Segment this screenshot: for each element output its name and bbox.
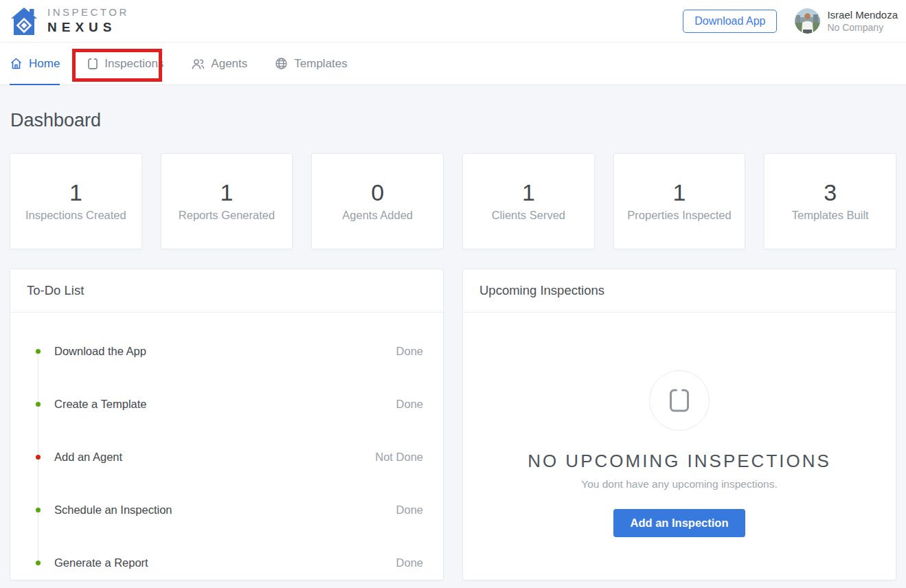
todo-item-create-a-template[interactable]: Create a Template Done — [36, 378, 423, 431]
todo-item-label: Download the App — [54, 345, 146, 358]
inspections-icon — [87, 58, 98, 70]
stat-card-templates-built: 3 Templates Built — [764, 153, 896, 249]
stat-value: 1 — [673, 181, 686, 204]
main-nav: Home Inspections Agents Templates — [0, 43, 906, 85]
stat-value: 1 — [522, 181, 535, 204]
main-content: Dashboard 1 Inspections Created 1 Report… — [0, 109, 906, 580]
nav-tab-inspections-label: Inspections — [104, 57, 163, 71]
empty-state-message: You dont have any upcoming inspections. — [581, 478, 778, 490]
brand-line-nexus: NEXUS — [47, 19, 129, 36]
nav-tab-home[interactable]: Home — [10, 43, 73, 84]
status-dot-done — [36, 508, 41, 512]
user-menu[interactable]: Israel Mendoza No Company — [795, 8, 898, 34]
nav-tab-home-label: Home — [29, 57, 60, 71]
todo-item-download-the-app[interactable]: Download the App Done — [36, 325, 423, 378]
user-avatar[interactable] — [795, 8, 820, 34]
upcoming-inspections-panel: Upcoming Inspections NO UPCOMING INSPECT… — [462, 269, 896, 580]
nav-tab-templates-label: Templates — [294, 57, 347, 71]
stat-label: Reports Generated — [179, 209, 275, 222]
status-dot-done — [36, 561, 41, 565]
todo-item-label: Add an Agent — [54, 451, 122, 464]
todo-item-schedule-an-inspection[interactable]: Schedule an Inspection Done — [36, 484, 423, 536]
todo-item-add-an-agent[interactable]: Add an Agent Not Done — [36, 431, 423, 484]
top-bar: INSPECTOR NEXUS Download App Israel Mend… — [0, 0, 906, 43]
nav-tab-agents-label: Agents — [211, 57, 247, 71]
todo-panel-title: To-Do List — [10, 269, 443, 313]
stat-value: 1 — [220, 181, 234, 204]
todo-item-status: Done — [396, 504, 423, 517]
inspector-nexus-logo-icon — [10, 7, 38, 36]
page-title: Dashboard — [10, 109, 896, 131]
todo-item-label: Create a Template — [54, 398, 147, 411]
todo-list-panel: To-Do List Download the App Done Create … — [10, 269, 444, 580]
globe-icon — [275, 57, 288, 70]
upcoming-panel-title: Upcoming Inspections — [463, 269, 896, 313]
empty-state-circle — [649, 370, 710, 431]
todo-item-status: Not Done — [375, 451, 423, 464]
todo-item-label: Schedule an Inspection — [54, 504, 172, 517]
empty-state-heading: NO UPCOMING INSPECTIONS — [528, 451, 831, 472]
todo-item-status: Done — [396, 345, 423, 358]
nav-tab-inspections[interactable]: Inspections — [73, 43, 177, 84]
main-row: To-Do List Download the App Done Create … — [10, 269, 896, 580]
status-dot-done — [36, 402, 41, 407]
todo-item-generate-a-report[interactable]: Generate a Report Done — [36, 536, 423, 588]
nav-tab-agents[interactable]: Agents — [177, 43, 261, 84]
brand-line-inspector: INSPECTOR — [47, 6, 129, 19]
todo-item-status: Done — [396, 556, 423, 569]
stat-card-clients-served: 1 Clients Served — [462, 153, 595, 249]
stat-card-inspections-created: 1 Inspections Created — [10, 153, 142, 249]
stat-label: Inspections Created — [25, 209, 126, 222]
todo-item-label: Generate a Report — [54, 556, 148, 569]
download-app-button[interactable]: Download App — [683, 10, 777, 33]
todo-item-status: Done — [396, 398, 423, 411]
user-name: Israel Mendoza — [827, 8, 898, 22]
stat-label: Templates Built — [792, 209, 869, 222]
stat-card-reports-generated: 1 Reports Generated — [161, 153, 293, 249]
stat-value: 0 — [371, 181, 384, 204]
stat-label: Clients Served — [492, 209, 565, 222]
status-dot-not-done — [36, 455, 41, 460]
nav-tab-templates[interactable]: Templates — [261, 43, 361, 84]
todo-list: Download the App Done Create a Template … — [10, 313, 443, 588]
status-dot-done — [36, 349, 41, 354]
stat-value: 1 — [69, 181, 82, 204]
stat-card-properties-inspected: 1 Properties Inspected — [613, 153, 746, 249]
stats-row: 1 Inspections Created 1 Reports Generate… — [10, 153, 896, 249]
upcoming-empty-state: NO UPCOMING INSPECTIONS You dont have an… — [463, 313, 896, 580]
inspection-clipboard-icon — [668, 388, 690, 413]
stat-label: Agents Added — [342, 209, 413, 222]
stat-card-agents-added: 0 Agents Added — [311, 153, 444, 249]
stat-value: 3 — [824, 181, 837, 204]
brand-logo-block: INSPECTOR NEXUS — [10, 6, 129, 36]
home-icon — [10, 57, 23, 70]
user-company: No Company — [827, 21, 898, 34]
stat-label: Properties Inspected — [627, 209, 731, 222]
add-inspection-button[interactable]: Add an Inspection — [613, 509, 745, 537]
agents-icon — [191, 58, 205, 70]
